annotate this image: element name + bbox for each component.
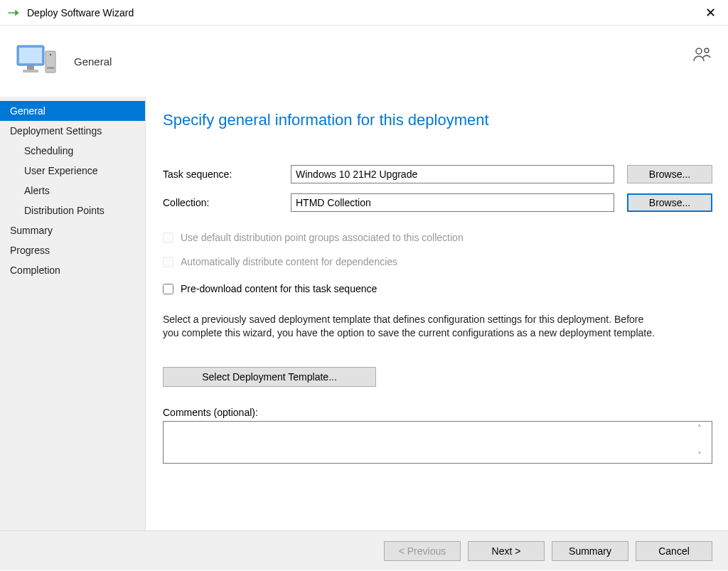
predownload-check-label: Pre-download content for this task seque… [181,283,377,294]
next-button[interactable]: Next > [468,541,545,561]
task-sequence-label: Task sequence: [163,169,291,180]
sidebar-item-summary[interactable]: Summary [0,220,145,240]
sidebar-item-deployment-settings[interactable]: Deployment Settings [0,121,145,141]
svg-point-7 [696,48,702,54]
people-icon [692,47,712,65]
arrow-right-icon [7,6,20,19]
default-dp-checkbox [163,233,173,243]
collection-input[interactable] [291,193,614,212]
predownload-check-row: Pre-download content for this task seque… [163,283,712,294]
sidebar-item-alerts[interactable]: Alerts [0,181,145,201]
sidebar-item-progress[interactable]: Progress [0,240,145,260]
sidebar-item-label: General [10,105,46,117]
sidebar-item-general[interactable]: General [0,101,145,121]
task-sequence-row: Task sequence: Browse... [163,165,712,183]
previous-button: < Previous [384,541,461,561]
svg-rect-6 [47,67,54,69]
collection-row: Collection: Browse... [163,193,712,212]
close-button[interactable]: ✕ [700,5,721,21]
sidebar-item-label: Alerts [24,185,50,196]
svg-rect-1 [19,48,42,63]
svg-point-8 [705,48,709,53]
sidebar-item-label: Progress [10,245,50,256]
header-title: General [74,55,112,68]
sidebar-item-completion[interactable]: Completion [0,260,145,280]
wizard-steps-sidebar: General Deployment Settings Scheduling U… [0,97,146,530]
collection-label: Collection: [163,197,291,208]
collection-browse-button[interactable]: Browse... [627,193,712,212]
default-dp-check-label: Use default distribution point groups as… [181,232,464,243]
select-deployment-template-button[interactable]: Select Deployment Template... [163,367,376,387]
sidebar-item-label: Summary [10,225,53,236]
default-dp-check-row: Use default distribution point groups as… [163,232,712,243]
wizard-footer: < Previous Next > Summary Cancel [0,530,728,570]
header: General [0,26,728,97]
predownload-checkbox[interactable] [163,284,173,294]
svg-rect-3 [23,70,38,73]
svg-point-5 [50,54,52,56]
svg-rect-2 [27,65,34,70]
auto-dist-checkbox [163,257,173,267]
scroll-up-icon[interactable]: ˄ [697,424,709,434]
sidebar-item-user-experience[interactable]: User Experience [0,161,145,181]
comments-box: ˄ ˅ [163,421,712,464]
auto-dist-check-label: Automatically distribute content for dep… [181,256,397,267]
scroll-down-icon[interactable]: ˅ [697,451,709,461]
sidebar-item-label: Distribution Points [24,205,105,216]
sidebar-item-distribution-points[interactable]: Distribution Points [0,201,145,220]
template-help-text: Select a previously saved deployment tem… [163,313,660,340]
summary-button[interactable]: Summary [552,541,628,561]
window-title: Deploy Software Wizard [27,7,700,18]
sidebar-item-label: Scheduling [24,145,73,156]
page-heading: Specify general information for this dep… [163,111,712,129]
comments-textarea[interactable] [164,422,696,463]
comments-label: Comments (optional): [163,407,712,418]
sidebar-item-label: Completion [10,265,60,276]
auto-dist-check-row: Automatically distribute content for dep… [163,256,712,267]
sidebar-item-scheduling[interactable]: Scheduling [0,141,145,161]
cancel-button[interactable]: Cancel [636,541,712,561]
computer-monitor-icon [14,41,60,81]
sidebar-item-label: User Experience [24,165,98,176]
task-sequence-browse-button[interactable]: Browse... [627,165,712,183]
sidebar-item-label: Deployment Settings [10,125,102,137]
wizard-page-content: Specify general information for this dep… [146,97,728,530]
title-bar: Deploy Software Wizard ✕ [0,0,728,26]
comments-scrollbar[interactable]: ˄ ˅ [697,422,709,463]
task-sequence-input[interactable] [291,165,614,183]
